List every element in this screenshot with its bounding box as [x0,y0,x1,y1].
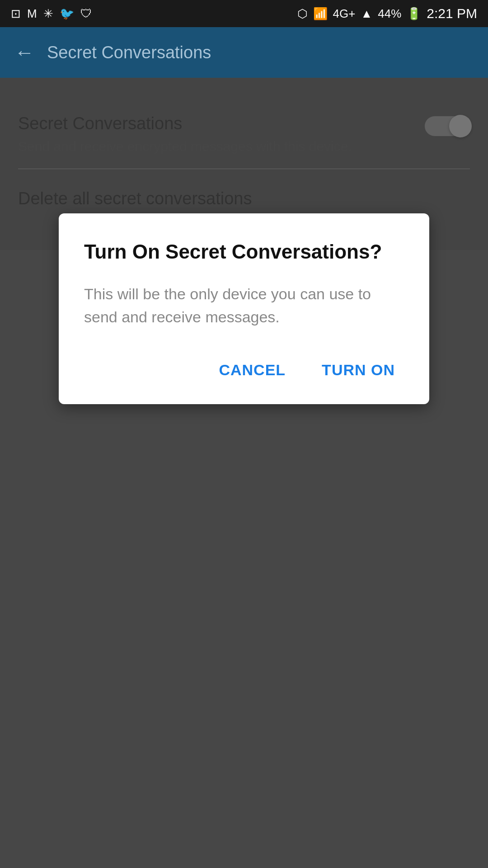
dialog-body: This will be the only device you can use… [84,283,404,329]
bluetooth-icon: ⬡ [297,7,308,21]
app-bar-title: Secret Conversations [47,43,211,62]
dialog-title: Turn On Secret Conversations? [84,239,404,264]
network-icon: 4G+ [333,7,356,21]
signal-icon: ▲ [361,7,372,21]
status-time: 2:21 PM [427,6,477,21]
battery-percent: 44% [378,7,401,21]
pinwheel-icon: ✳ [43,7,53,21]
wifi-icon: 📶 [313,7,328,21]
dialog-actions: CANCEL TURN ON [84,354,404,386]
status-info-right: ⬡ 📶 4G+ ▲ 44% 🔋 2:21 PM [297,6,477,21]
app-bar: ← Secret Conversations [0,27,488,78]
twitter-icon: 🐦 [60,7,74,21]
photo-icon: ⊡ [11,7,21,21]
back-button[interactable]: ← [14,41,34,64]
gmail-icon: M [27,7,37,21]
turn-on-button[interactable]: TURN ON [313,354,404,386]
confirmation-dialog: Turn On Secret Conversations? This will … [59,213,429,404]
status-bar: ⊡ M ✳ 🐦 🛡 ⬡ 📶 4G+ ▲ 44% 🔋 2:21 PM [0,0,488,27]
cancel-button[interactable]: CANCEL [210,354,295,386]
status-icons-left: ⊡ M ✳ 🐦 🛡 [11,7,92,21]
dialog-overlay: Turn On Secret Conversations? This will … [0,78,488,868]
battery-icon: 🔋 [407,7,421,21]
shield-icon: 🛡 [80,7,92,21]
